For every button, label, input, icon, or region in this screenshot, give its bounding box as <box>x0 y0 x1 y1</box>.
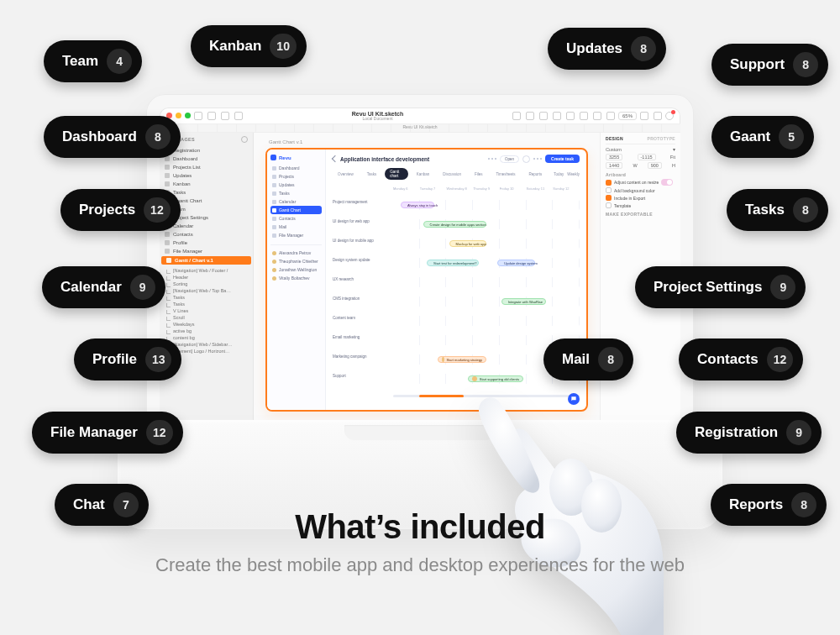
pill-mail[interactable]: Mail8 <box>543 338 633 380</box>
opt-export[interactable]: Include in Export <box>606 195 675 201</box>
opt-bgcolor[interactable]: Add background color <box>606 187 675 193</box>
sketch-layer-item[interactable]: V Lines <box>163 307 249 314</box>
pill-profile[interactable]: Profile13 <box>74 338 181 380</box>
revu-tab[interactable]: Kanban <box>412 171 435 178</box>
tool-icon[interactable] <box>593 112 601 120</box>
sketch-canvas[interactable]: Gantt Chart v.1 Revu DashboardProjectsUp… <box>254 133 600 423</box>
revu-nav-item[interactable]: Updates <box>270 181 322 189</box>
inspector-tabs[interactable]: DESIGN PROTOTYPE <box>606 136 675 144</box>
resize-toggle[interactable] <box>661 179 673 186</box>
sidebar-toggle-icon[interactable] <box>194 112 202 120</box>
sketch-layer-item[interactable]: Header <box>163 274 249 281</box>
gantt-task-bar[interactable]: Start test for redevelopment? <box>427 260 479 266</box>
sketch-page-item[interactable]: Kanban <box>160 180 253 188</box>
traffic-lights[interactable] <box>166 113 191 118</box>
pos-y-input[interactable]: -1115 <box>638 154 656 160</box>
revu-sidebar[interactable]: Revu DashboardProjectsUpdatesTasksCalend… <box>267 150 326 410</box>
pages-icon[interactable] <box>207 112 216 120</box>
revu-user-list[interactable]: Alexandra PetrovTheophanie ChietherJonat… <box>270 244 322 282</box>
revu-nav-list[interactable]: DashboardProjectsUpdatesTasksCalendarGan… <box>270 164 322 239</box>
sketch-layer-item[interactable]: content bg <box>163 334 249 341</box>
sketch-page-item[interactable]: Dashboard <box>160 155 253 163</box>
sketch-sidebar[interactable]: NEW PAGES RegistrationDashboardProjects … <box>160 133 254 423</box>
back-chevron-icon[interactable] <box>332 155 339 162</box>
inspector-tab-prototype[interactable]: PROTOTYPE <box>648 136 675 141</box>
sketch-layer-item[interactable]: Tasks <box>163 301 249 307</box>
toolbar-left-icons[interactable] <box>194 112 243 120</box>
gantt-scrollbar[interactable] <box>393 395 580 397</box>
status-chip[interactable]: Open <box>500 155 519 163</box>
tool-icon[interactable] <box>526 112 534 120</box>
cloud-icon[interactable] <box>654 112 662 120</box>
gantt-task-bar[interactable]: Start supporting old clients <box>468 375 524 382</box>
revu-tab[interactable]: Gantt chart <box>385 168 407 180</box>
pill-kanban[interactable]: Kanban10 <box>191 25 307 67</box>
size-preset[interactable]: Custom <box>606 147 622 152</box>
inspector-tab-design[interactable]: DESIGN <box>606 136 623 141</box>
revu-user-item[interactable]: Theophanie Chiether <box>270 257 322 265</box>
sketch-layer-item[interactable]: active bg <box>163 328 249 334</box>
revu-nav-item[interactable]: File Manager <box>270 231 322 239</box>
play-icon[interactable] <box>640 112 648 120</box>
revu-user-item[interactable]: Jonathan Wellington <box>270 265 322 274</box>
sketch-page-item[interactable]: Profile <box>160 239 253 247</box>
opt-resize[interactable]: Adjust content on resize <box>606 179 675 186</box>
size-h-input[interactable]: 900 <box>648 162 662 169</box>
sketch-layer-item[interactable]: [Navigation] Web / Top Ba… <box>163 287 249 294</box>
revu-tab[interactable]: Tasks <box>362 171 382 178</box>
gantt-lane[interactable] <box>393 277 580 287</box>
gantt-task-bar[interactable]: Mockup for web app <box>449 240 486 247</box>
chat-fab[interactable] <box>568 393 580 405</box>
pill-support[interactable]: Support8 <box>711 44 828 86</box>
more-menu-icon[interactable] <box>533 158 542 160</box>
avatar-stack[interactable] <box>488 158 496 160</box>
revu-nav-item[interactable]: Mail <box>270 223 322 231</box>
pill-dashboard[interactable]: Dashboard8 <box>44 116 181 158</box>
sketch-page-item[interactable]: Contacts <box>160 230 253 239</box>
sketch-layer-item[interactable]: Scroll <box>163 314 249 321</box>
opt-template[interactable]: Template <box>606 202 675 208</box>
create-task-button[interactable]: Create task <box>545 155 580 163</box>
pos-x-input[interactable]: 3255 <box>606 154 622 160</box>
sketch-page-item-selected[interactable]: Gantt / Chart v.1 <box>161 256 251 265</box>
revu-nav-item[interactable]: Dashboard <box>270 164 322 172</box>
gantt-task-bar[interactable]: Integrate with WooRise <box>501 298 546 305</box>
revu-tab[interactable]: Timesheets <box>491 171 520 178</box>
sketch-layer-item[interactable]: Weekdays <box>163 321 249 328</box>
visibility-toggle-icon[interactable] <box>241 136 248 143</box>
pill-updates[interactable]: Updates8 <box>548 28 666 70</box>
revu-nav-item[interactable]: Calendar <box>270 197 322 206</box>
sketch-layer-item[interactable]: Tasks <box>163 294 249 301</box>
tool-icon[interactable] <box>539 112 548 120</box>
revu-tab[interactable]: Overview <box>333 171 359 178</box>
pill-registration[interactable]: Registration9 <box>676 412 822 454</box>
gantt-lane[interactable]: Create design for mobile apps section <box>393 219 580 229</box>
sketch-layer-item[interactable]: Sorting <box>163 281 249 287</box>
revu-user-item[interactable]: Vitaliy Boltachev <box>270 274 322 282</box>
gantt-task-bar[interactable]: Start marketing strategy <box>438 356 486 363</box>
insert-plus-icon[interactable] <box>234 112 243 120</box>
notifications-icon[interactable] <box>665 112 674 120</box>
revu-nav-item[interactable]: Tasks <box>270 189 322 197</box>
revu-nav-item[interactable]: Contacts <box>270 214 322 223</box>
gantt-lane[interactable]: Mockup for web app <box>393 239 580 249</box>
gantt-lane[interactable] <box>393 316 580 326</box>
gantt-lane[interactable]: Start test for redevelopment?Update desi… <box>393 258 580 268</box>
revu-tab[interactable]: Files <box>470 171 488 178</box>
sketch-page-item[interactable]: Updates <box>160 171 253 180</box>
toolbar-preview-icons[interactable] <box>640 112 662 120</box>
revu-user-item[interactable]: Alexandra Petrov <box>270 249 322 257</box>
pill-calendar[interactable]: Calendar9 <box>42 266 165 308</box>
sketch-page-item[interactable]: Projects List <box>160 163 253 171</box>
pill-contacts[interactable]: Contacts12 <box>679 338 803 380</box>
gantt-task-bar[interactable]: Create design for mobile apps section <box>423 221 486 228</box>
zoom-level[interactable]: 65% <box>618 112 637 120</box>
size-w-input[interactable]: 1440 <box>606 162 622 169</box>
components-icon[interactable] <box>221 112 229 120</box>
revu-gantt[interactable]: Monday 6Tuesday 7Wednesday 8Thursday 9Fr… <box>326 183 586 410</box>
tool-icon[interactable] <box>553 112 561 120</box>
pill-projset[interactable]: Project Settings9 <box>635 266 806 308</box>
tool-icon[interactable] <box>566 112 575 120</box>
pill-tasks[interactable]: Tasks8 <box>727 189 828 231</box>
gantt-task-bar[interactable]: Update design system <box>497 260 534 266</box>
